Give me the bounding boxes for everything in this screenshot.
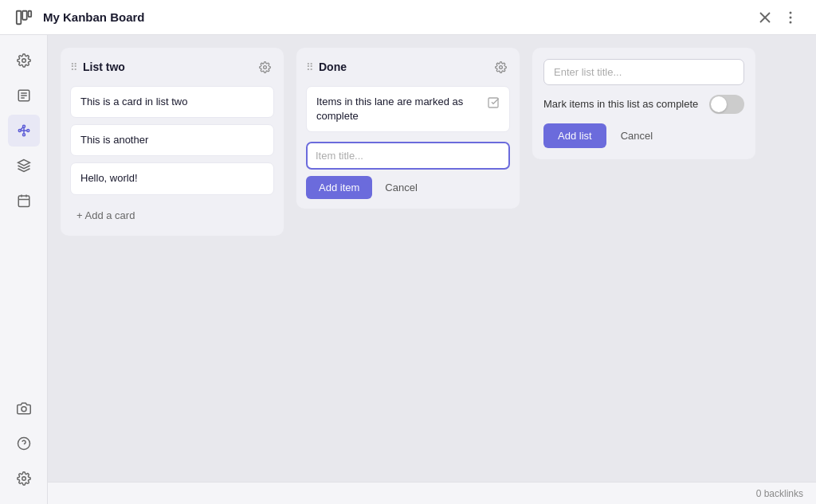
svg-line-19 <box>20 127 22 130</box>
item-title-input[interactable] <box>306 142 510 170</box>
svg-point-28 <box>22 477 26 481</box>
svg-point-14 <box>22 125 25 127</box>
backlinks-text: 0 backlinks <box>756 488 803 499</box>
column-title-list-two: List two <box>83 61 255 73</box>
bottombar: 0 backlinks <box>48 482 816 504</box>
page-title: My Kanban Board <box>43 10 752 24</box>
sidebar-item-layers[interactable] <box>8 150 40 182</box>
svg-rect-2 <box>29 10 32 16</box>
card-list-two-1[interactable]: This is a card in list two <box>70 86 274 118</box>
svg-point-29 <box>263 65 266 68</box>
column-settings-list-two[interactable] <box>255 57 274 76</box>
svg-point-8 <box>22 59 26 63</box>
svg-point-13 <box>18 130 21 132</box>
drag-handle-list-two[interactable]: ⠿ <box>70 61 78 73</box>
svg-point-6 <box>790 16 792 18</box>
column-header-list-two: ⠿ List two <box>70 57 274 76</box>
add-item-button[interactable]: Add item <box>306 176 372 199</box>
svg-rect-21 <box>18 196 29 207</box>
mark-complete-label: Mark items in this list as complete <box>543 97 698 111</box>
sidebar <box>0 35 48 504</box>
drag-handle-done[interactable]: ⠿ <box>306 61 314 73</box>
sidebar-item-camera[interactable] <box>8 393 40 424</box>
svg-point-7 <box>790 21 792 23</box>
main-layout: ⠿ List two This is a card in list two Th… <box>0 35 816 504</box>
svg-rect-0 <box>17 10 22 24</box>
svg-point-30 <box>499 65 502 68</box>
column-header-done: ⠿ Done <box>306 57 510 76</box>
add-item-actions: Add item Cancel <box>306 176 510 199</box>
sidebar-item-settings-top[interactable] <box>8 45 40 76</box>
add-list-actions: Add list Cancel <box>543 123 744 148</box>
column-list-two: ⠿ List two This is a card in list two Th… <box>61 48 284 236</box>
kanban-icon <box>13 6 35 29</box>
content-area: ⠿ List two This is a card in list two Th… <box>48 35 816 504</box>
svg-rect-31 <box>488 98 498 107</box>
kanban-board: ⠿ List two This is a card in list two Th… <box>48 35 816 482</box>
mark-complete-row: Mark items in this list as complete <box>543 95 744 114</box>
sidebar-item-graph[interactable] <box>8 115 40 147</box>
column-title-done: Done <box>319 61 491 73</box>
titlebar: My Kanban Board <box>0 0 816 35</box>
sidebar-item-calendar[interactable] <box>8 185 40 217</box>
sidebar-item-help[interactable] <box>8 428 40 459</box>
svg-point-15 <box>26 130 29 132</box>
svg-marker-20 <box>18 160 29 166</box>
svg-point-5 <box>790 11 792 14</box>
cancel-add-item-button[interactable]: Cancel <box>379 176 423 199</box>
column-settings-done[interactable] <box>491 57 510 76</box>
mark-complete-toggle[interactable] <box>709 95 744 114</box>
add-item-form: Add item Cancel <box>306 142 510 199</box>
add-card-button-list-two[interactable]: + Add a card <box>70 205 274 226</box>
column-done: ⠿ Done Items in this lane are marked as … <box>296 48 520 209</box>
sidebar-item-settings-bottom[interactable] <box>8 463 40 494</box>
sidebar-item-pages[interactable] <box>8 80 40 111</box>
svg-point-16 <box>22 134 25 136</box>
card-list-two-2[interactable]: This is another <box>70 124 274 156</box>
svg-point-25 <box>22 407 26 412</box>
add-list-panel: Mark items in this list as complete Add … <box>532 48 755 159</box>
more-button[interactable] <box>778 5 803 30</box>
add-list-button[interactable]: Add list <box>543 123 606 148</box>
card-done-1[interactable]: Items in this lane are marked as complet… <box>306 86 510 132</box>
card-list-two-3[interactable]: Hello, world! <box>70 162 274 194</box>
cancel-add-list-button[interactable]: Cancel <box>614 123 659 148</box>
svg-rect-1 <box>22 10 27 19</box>
complete-icon <box>487 96 500 113</box>
close-button[interactable] <box>752 5 778 30</box>
list-title-input[interactable] <box>543 59 744 85</box>
